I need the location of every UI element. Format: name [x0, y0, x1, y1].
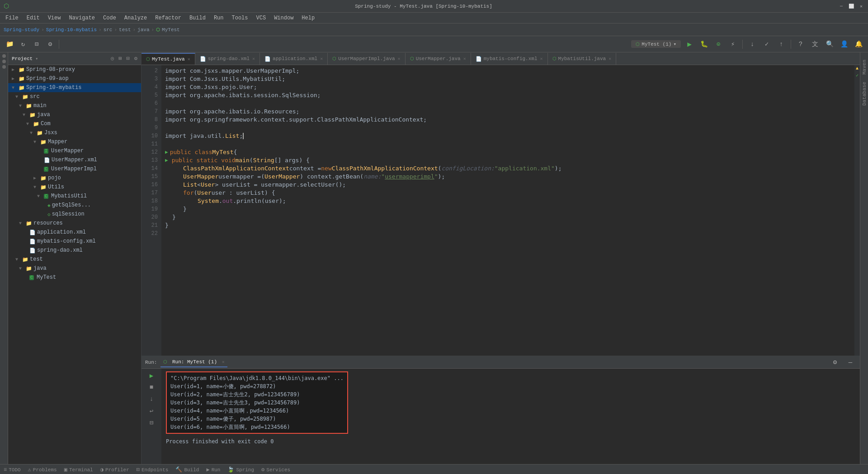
menu-run[interactable]: Run: [210, 14, 227, 22]
editor-scrollbar[interactable]: ▲ ✓: [854, 65, 860, 356]
tree-item-sqlsession[interactable]: ▶ ◇ sqlSession: [8, 210, 141, 219]
collapse-btn[interactable]: ⊟: [31, 38, 42, 50]
sidebar-settings-icon[interactable]: ⚙: [134, 55, 137, 62]
git-commit-btn[interactable]: ✓: [761, 38, 773, 50]
tab-close-mytest[interactable]: ✕: [188, 56, 190, 62]
tree-item-spring09[interactable]: ▶ 📁 Spring-09-aop: [8, 74, 141, 83]
tab-close-usermapperimpl[interactable]: ✕: [398, 56, 401, 61]
tree-item-test[interactable]: ▼ 📁 test: [8, 255, 141, 264]
menu-tools[interactable]: Tools: [228, 14, 252, 22]
sidebar-menu-icon[interactable]: ▾: [35, 56, 38, 61]
debug-button[interactable]: 🐛: [698, 38, 710, 50]
run-panel-settings[interactable]: ⚙: [829, 357, 841, 368]
tab-close-usermapper[interactable]: ✕: [463, 56, 466, 61]
tree-item-mapper[interactable]: ▼ 📁 Mapper: [8, 137, 141, 146]
run-rerun-btn[interactable]: ▶: [146, 371, 156, 380]
run-tab-close[interactable]: ✕: [222, 360, 225, 365]
tab-close-mybatisconfig[interactable]: ✕: [540, 56, 543, 61]
bottom-services[interactable]: ⚙ Services: [261, 466, 290, 473]
breadcrumb-module[interactable]: Spring-10-mybatis: [46, 27, 97, 33]
maven-tab[interactable]: Maven: [861, 56, 868, 78]
tab-usermapper[interactable]: ⬡ UserMapper.java ✕: [406, 53, 471, 65]
menu-view[interactable]: View: [44, 14, 65, 22]
left-vtab-1[interactable]: [2, 54, 6, 58]
bottom-todo[interactable]: ≡ TODO: [4, 467, 21, 473]
menu-code[interactable]: Code: [99, 14, 120, 22]
tab-springdao[interactable]: 📄 spring-dao.xml ✕: [195, 53, 260, 65]
left-vtab-2[interactable]: [2, 60, 6, 63]
menu-refactor[interactable]: Refactor: [151, 14, 185, 22]
tree-item-com[interactable]: ▼ 📁 Com: [8, 119, 141, 128]
search-everywhere-btn[interactable]: 🔍: [824, 38, 835, 50]
tree-item-java[interactable]: ▼ 📁 java: [8, 110, 141, 119]
menu-edit[interactable]: Edit: [23, 14, 43, 22]
tree-item-mybatisxml[interactable]: ▶ 📄 mybatis-config.xml: [8, 237, 141, 246]
close-button[interactable]: ✕: [858, 3, 864, 9]
tab-mytest[interactable]: ⬡ MyTest.java ✕: [142, 53, 195, 65]
run-soft-wrap-btn[interactable]: ↩: [146, 406, 156, 416]
tree-item-main[interactable]: ▼ 📁 main: [8, 101, 141, 110]
sidebar-locate-icon[interactable]: ◎: [111, 55, 114, 62]
bottom-problems[interactable]: ⚠ Problems: [28, 466, 57, 473]
bottom-terminal[interactable]: ▣ Terminal: [64, 466, 93, 473]
code-content[interactable]: import com.jsxs.mapper.UserMapperImpl; i…: [161, 65, 854, 356]
notifications-btn[interactable]: 🔔: [853, 38, 864, 50]
database-tab[interactable]: Database: [861, 78, 868, 109]
run-scroll-end-btn[interactable]: ↓: [146, 394, 156, 404]
bottom-run[interactable]: ▶ Run: [206, 466, 220, 473]
tab-close-appxml[interactable]: ✕: [320, 56, 323, 61]
user-btn[interactable]: 👤: [838, 38, 850, 50]
tree-item-usermapper-xml[interactable]: ▶ 📄 UserMapper.xml: [8, 155, 141, 164]
run-button[interactable]: ▶: [684, 38, 695, 50]
menu-vcs[interactable]: VCS: [253, 14, 270, 22]
help-btn[interactable]: ?: [795, 38, 807, 50]
minimize-button[interactable]: —: [838, 3, 844, 9]
run-tab-mytest[interactable]: ⬡ Run: MyTest (1) ✕: [160, 357, 227, 367]
run-config-selector[interactable]: ⬡ MyTest (1) ▾: [631, 40, 681, 48]
tab-appxml[interactable]: 📄 application.xml ✕: [260, 53, 328, 65]
tree-item-java2[interactable]: ▼ 📁 java: [8, 264, 141, 273]
menu-help[interactable]: Help: [298, 14, 318, 22]
run-stop-btn[interactable]: ■: [146, 382, 156, 392]
bottom-endpoints[interactable]: ⊡ Endpoints: [137, 466, 169, 473]
tree-item-spring08[interactable]: ▶ 📁 Spring-08-proxy: [8, 65, 141, 74]
menu-build[interactable]: Build: [186, 14, 209, 22]
sync-btn[interactable]: ↻: [17, 38, 29, 50]
run-filter-btn[interactable]: ⊟: [146, 418, 156, 427]
tree-item-pojo[interactable]: ▶ 📁 pojo: [8, 174, 141, 183]
tree-item-jsxs[interactable]: ▼ 📁 Jsxs: [8, 128, 141, 137]
tree-item-usermapperimpl[interactable]: ▶ C UserMapperImpl: [8, 164, 141, 174]
tab-close-springdao[interactable]: ✕: [252, 56, 255, 61]
bottom-build[interactable]: 🔨 Build: [175, 466, 199, 473]
sidebar-collapse-icon[interactable]: ⊟: [127, 55, 130, 62]
project-view-btn[interactable]: 📁: [4, 38, 15, 50]
tree-item-utils[interactable]: ▼ 📁 Utils: [8, 183, 141, 192]
maximize-button[interactable]: ⬜: [848, 3, 854, 9]
code-editor[interactable]: 2 3 4 5 6 7 8 9 10 11 12 13 14 15 16 17 …: [142, 65, 860, 356]
menu-navigate[interactable]: Navigate: [65, 14, 99, 22]
git-push-btn[interactable]: ↑: [775, 38, 787, 50]
tree-item-mybatisutil[interactable]: ▼ C MybatisUtil: [8, 192, 141, 201]
coverage-button[interactable]: ⊙: [712, 38, 724, 50]
tree-item-appxml[interactable]: ▶ 📄 application.xml: [8, 228, 141, 237]
left-vtab-3[interactable]: [2, 65, 6, 69]
bottom-profiler[interactable]: ◑ Profiler: [100, 466, 129, 473]
run-panel-close[interactable]: —: [844, 357, 856, 368]
menu-file[interactable]: File: [2, 14, 22, 22]
run-gutter-12[interactable]: ▶: [165, 148, 168, 156]
tree-item-mytest[interactable]: ▶ C MyTest: [8, 273, 141, 282]
profile-button[interactable]: ⚡: [727, 38, 739, 50]
run-gutter-13[interactable]: ▶: [165, 156, 168, 164]
tab-mybatisconfig[interactable]: 📄 mybatis-config.xml ✕: [471, 53, 548, 65]
tab-mybatisutil[interactable]: ⬡ MybatisUtil.java ✕: [548, 53, 617, 65]
tree-item-usermapper-i[interactable]: ▶ I UserMapper: [8, 146, 141, 155]
breadcrumb-spring-study[interactable]: Spring-study: [4, 27, 39, 33]
sidebar-expand-icon[interactable]: ⊞: [118, 55, 122, 62]
window-controls[interactable]: — ⬜ ✕: [838, 3, 864, 9]
settings-btn[interactable]: ⚙: [44, 38, 56, 50]
tree-item-getsqlses[interactable]: ▶ ◈ getSqlSes...: [8, 201, 141, 210]
tree-item-src[interactable]: ▼ 📁 src: [8, 92, 141, 101]
git-update-btn[interactable]: ↓: [746, 38, 758, 50]
tree-item-resources[interactable]: ▼ 📁 resources: [8, 219, 141, 228]
menu-window[interactable]: Window: [270, 14, 297, 22]
